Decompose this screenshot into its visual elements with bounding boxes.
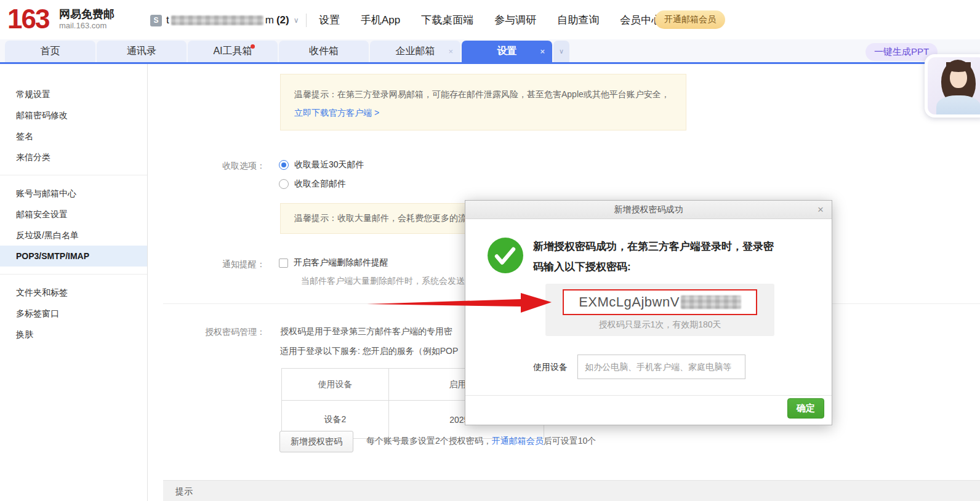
device-name-input[interactable]: [577, 355, 745, 379]
notice-text: 温馨提示：收取大量邮件，会耗费您更多的流: [294, 213, 467, 223]
avatar-illustration: [928, 57, 980, 114]
brand-logo[interactable]: 163: [7, 4, 49, 34]
menu-self-service[interactable]: 自助查询: [557, 13, 599, 27]
avatar-bangs: [946, 62, 971, 72]
sidebar-item-antispam[interactable]: 反垃圾/黑白名单: [0, 225, 147, 246]
chevron-down-icon: ∨: [294, 16, 299, 25]
header-device: 使用设备: [282, 369, 389, 401]
menu-desktop-client[interactable]: 下载桌面端: [421, 13, 473, 27]
settings-sidebar: 常规设置 邮箱密码修改 签名 来信分类 账号与邮箱中心 邮箱安全设置 反垃圾/黑…: [0, 64, 148, 501]
notice-text: 温馨提示：在第三方登录网易邮箱，可能存在邮件泄露风险，甚至危害Apple或其他平…: [294, 89, 670, 99]
webmail-settings-page: 163 网易免费邮 mail.163.com S t m (2) ∨ 设置 手机…: [0, 0, 980, 501]
auth-password-label: 授权密码管理：: [173, 327, 265, 338]
account-email-suffix: m: [265, 14, 274, 26]
close-icon[interactable]: ×: [540, 47, 545, 56]
tab-inbox[interactable]: 收件箱: [279, 41, 369, 62]
tab-overflow-chevron-icon[interactable]: ∨: [553, 41, 569, 62]
close-icon[interactable]: ×: [448, 47, 453, 56]
tab-home[interactable]: 首页: [5, 41, 95, 62]
open-vip-link[interactable]: 开通邮箱会员: [492, 436, 544, 446]
radio-label: 收取最近30天邮件: [294, 159, 364, 170]
limit-before: 每个账号最多设置2个授权密码，: [366, 436, 492, 446]
download-client-link[interactable]: 立即下载官方客户端 >: [294, 108, 379, 118]
password-panel: EXMcLgAjbwnV 授权码只显示1次，有效期180天: [545, 284, 774, 336]
auth-line2: 适用于登录以下服务: 您开启的服务（例如POP: [280, 346, 458, 356]
dialog-footer-divider: [465, 395, 832, 396]
password-validity-note: 授权码只显示1次，有效期180天: [545, 319, 774, 331]
radio-selected-icon[interactable]: [279, 160, 289, 170]
tab-ai-toolbox[interactable]: AI工具箱: [188, 41, 278, 62]
sidebar-item-folders-tags[interactable]: 文件夹和标签: [0, 282, 147, 303]
sidebar-divider: [0, 274, 147, 275]
sidebar-item-multitab[interactable]: 多标签窗口: [0, 303, 147, 324]
auth-password-box: EXMcLgAjbwnV: [563, 289, 757, 315]
checkbox-label: 开启客户端删除邮件提醒: [294, 257, 388, 268]
sidebar-item-skin[interactable]: 换肤: [0, 324, 147, 345]
notify-description: 当邮件客户端大量删除邮件时，系统会发送: [301, 276, 465, 287]
tab-label: 通讯录: [127, 45, 156, 58]
tab-label: 首页: [41, 45, 60, 58]
radio-option-all-mail[interactable]: 收取全部邮件: [279, 178, 346, 190]
sidebar-item-incoming-classify[interactable]: 来信分类: [0, 146, 147, 167]
account-provider-icon: S: [150, 15, 162, 26]
tab-label: AI工具箱: [213, 45, 252, 58]
receive-options-label: 收取选项：: [173, 161, 265, 172]
radio-option-30days[interactable]: 收取最近30天邮件: [279, 159, 364, 170]
auth-description: 授权码是用于登录第三方邮件客户端的专用密 适用于登录以下服务: 您开启的服务（例…: [280, 321, 458, 361]
account-dropdown[interactable]: S t m (2) ∨: [150, 12, 299, 28]
limit-after: 后可设置10个: [544, 436, 596, 446]
close-icon[interactable]: ×: [817, 201, 824, 218]
sidebar-item-pop3-smtp-imap[interactable]: POP3/SMTP/IMAP: [0, 246, 147, 267]
notification-dot: [251, 44, 255, 49]
auth-limit-text: 每个账号最多设置2个授权密码，开通邮箱会员后可设置10个: [366, 436, 596, 447]
radio-label: 收取全部邮件: [294, 178, 346, 190]
sidebar-divider: [0, 175, 147, 175]
tab-contacts[interactable]: 通讯录: [97, 41, 187, 62]
confirm-button[interactable]: 确定: [787, 398, 824, 419]
sidebar-item-general[interactable]: 常规设置: [0, 84, 147, 105]
tab-label: 设置: [497, 45, 517, 58]
avatar-shirt: [936, 95, 980, 114]
header-divider: [306, 14, 307, 27]
notify-label: 通知提醒：: [173, 259, 265, 270]
warning-notice-third-party: 温馨提示：在第三方登录网易邮箱，可能存在邮件泄露风险，甚至危害Apple或其他平…: [280, 74, 686, 130]
device-label: 使用设备: [533, 355, 568, 379]
dialog-title-bar[interactable]: 新增授权密码成功 ×: [465, 201, 832, 219]
tab-label: 收件箱: [309, 45, 339, 58]
password-redacted: [681, 295, 741, 309]
unread-count: (2): [276, 14, 289, 26]
success-check-icon: [488, 238, 523, 273]
top-header: 163 网易免费邮 mail.163.com S t m (2) ∨ 设置 手机…: [0, 0, 980, 39]
tab-label: 企业邮箱: [396, 45, 435, 58]
sidebar-item-password-change[interactable]: 邮箱密码修改: [0, 105, 147, 126]
auth-line1: 授权码是用于登录第三方邮件客户端的专用密: [280, 326, 452, 336]
brand-name: 网易免费邮: [59, 7, 114, 22]
menu-survey[interactable]: 参与调研: [494, 13, 536, 27]
open-vip-badge[interactable]: 开通邮箱会员: [655, 10, 725, 29]
brand-domain: mail.163.com: [59, 21, 106, 30]
account-email-redacted: [171, 15, 263, 25]
sidebar-item-signature[interactable]: 签名: [0, 126, 147, 146]
assistant-avatar[interactable]: [925, 54, 980, 118]
radio-unselected-icon[interactable]: [279, 179, 289, 189]
header-menu: 设置 手机App 下载桌面端 参与调研 自助查询 会员中心: [319, 13, 662, 27]
tab-enterprise-mail[interactable]: 企业邮箱 ×: [370, 41, 460, 62]
checkbox-icon[interactable]: [279, 259, 288, 268]
auth-password-value: EXMcLgAjbwnV: [579, 294, 680, 310]
sidebar-item-security[interactable]: 邮箱安全设置: [0, 204, 147, 225]
checkbox-delete-reminder[interactable]: 开启客户端删除邮件提醒: [279, 257, 388, 268]
tips-section-header: 提示: [163, 480, 980, 501]
dialog-title: 新增授权密码成功: [614, 204, 683, 214]
add-auth-password-button[interactable]: 新增授权密码: [279, 431, 353, 452]
dialog-message: 新增授权密码成功，在第三方客户端登录时，登录密码输入以下授权密码:: [533, 236, 776, 277]
red-annotation-arrow: [363, 288, 555, 318]
tab-settings[interactable]: 设置 ×: [462, 41, 552, 62]
sidebar-item-account-center[interactable]: 账号与邮箱中心: [0, 183, 147, 204]
menu-settings[interactable]: 设置: [319, 13, 340, 27]
menu-mobile-app[interactable]: 手机App: [361, 13, 400, 27]
tab-strip: 首页 通讯录 AI工具箱 收件箱 企业邮箱 × 设置 × ∨: [0, 39, 980, 64]
account-email-prefix: t: [166, 14, 169, 26]
